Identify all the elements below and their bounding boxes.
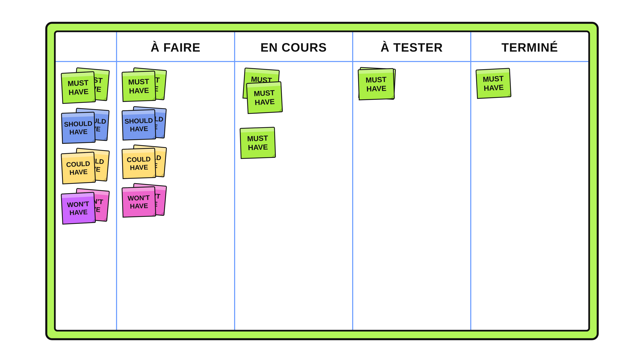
col-header-termine: TERMINÉ <box>470 32 588 61</box>
sticky-atester-must-front[interactable]: MUST HAVE <box>358 68 395 100</box>
should-have-row: SHOULD HAVE SHOULD HAVE <box>59 109 113 146</box>
should-have-pair: SHOULD HAVE SHOULD HAVE <box>62 109 110 146</box>
wont-have-row: WON'T HAVE WON'T HAVE <box>59 189 113 226</box>
col-header-a-tester: À TESTER <box>352 32 470 61</box>
col-a-tester: MUST HAVE MUST HAVE <box>352 62 470 330</box>
header-spacer <box>56 32 116 61</box>
col-a-faire: MUST HAVE MUST HAVE SHOULD HAVE SHOULD H… <box>116 62 234 330</box>
col-termine: MUST HAVE <box>470 62 588 330</box>
sticky-should-have-front[interactable]: SHOULD HAVE <box>61 112 96 144</box>
inner-board: À FAIRE EN COURS À TESTER TERMINÉ MUST H… <box>54 30 590 332</box>
sticky-afaire-wont-front[interactable]: WON'T HAVE <box>122 186 156 218</box>
col-header-en-cours: EN COURS <box>234 32 352 61</box>
sticky-encours-must-bottom[interactable]: MUST HAVE <box>246 81 283 114</box>
must-have-pair: MUST HAVE MUST HAVE <box>62 69 110 106</box>
sticky-afaire-must-front[interactable]: MUST HAVE <box>122 71 156 102</box>
afaire-should-pair: SHOULD HAVE SHOULD HAVE <box>122 107 172 141</box>
sticky-must-have-front[interactable]: MUST HAVE <box>61 71 96 104</box>
could-have-row: COULD HAVE COULD HAVE <box>59 149 113 186</box>
board-body: MUST HAVE MUST HAVE SHOULD HAVE <box>56 62 588 330</box>
afaire-could-pair: COULD HAVE COULD HAVE <box>122 146 172 179</box>
sticky-afaire-could-front[interactable]: COULD HAVE <box>122 148 156 179</box>
sticky-wont-have-front[interactable]: WON'T HAVE <box>61 192 96 225</box>
could-have-pair: COULD HAVE COULD HAVE <box>62 149 110 186</box>
col-header-a-faire: À FAIRE <box>116 32 234 61</box>
sticky-could-have-front[interactable]: COULD HAVE <box>61 152 96 184</box>
atester-must-single: MUST HAVE MUST HAVE <box>358 69 394 100</box>
columns-header: À FAIRE EN COURS À TESTER TERMINÉ <box>56 32 588 62</box>
encours-must-single: MUST HAVE <box>240 127 276 158</box>
col-en-cours: MUST HAVE MUST HAVE MUST HAVE <box>234 62 352 330</box>
sticky-termine-must[interactable]: MUST HAVE <box>476 68 512 99</box>
sticky-afaire-should-front[interactable]: SHOULD HAVE <box>122 109 156 141</box>
afaire-wont-pair: WON'T HAVE WON'T HAVE <box>122 184 172 218</box>
outer-board: À FAIRE EN COURS À TESTER TERMINÉ MUST H… <box>45 22 599 340</box>
termine-must-single: MUST HAVE <box>476 69 511 98</box>
afaire-must-pair: MUST HAVE MUST HAVE <box>122 69 172 102</box>
wont-have-pair: WON'T HAVE WON'T HAVE <box>62 189 110 226</box>
encours-must-stack: MUST HAVE MUST HAVE <box>240 69 287 119</box>
must-have-row: MUST HAVE MUST HAVE <box>59 69 113 106</box>
sticky-encours-must-single[interactable]: MUST HAVE <box>240 127 276 159</box>
sticky-area: MUST HAVE MUST HAVE SHOULD HAVE <box>56 62 116 330</box>
